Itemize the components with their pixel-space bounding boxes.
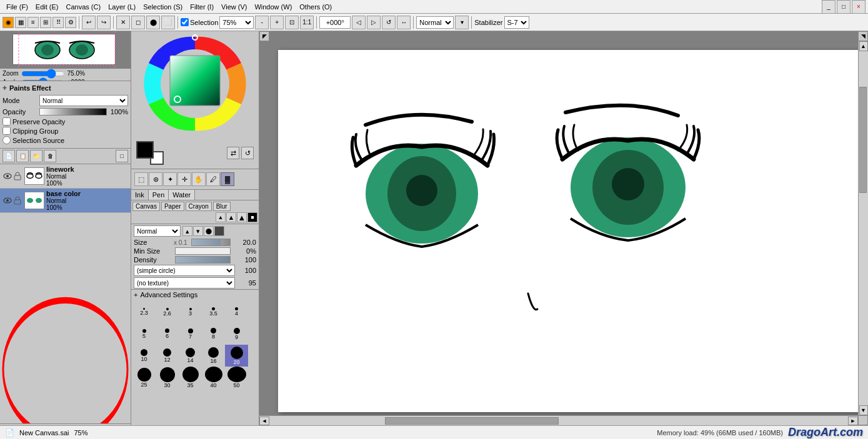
preserve-opacity-row[interactable]: Preserve Opacity [2, 117, 128, 126]
delete-layer-btn[interactable]: 🗑 [44, 150, 56, 162]
rot-inc-btn[interactable]: ▷ [367, 16, 381, 29]
lasso-tool-icon[interactable]: ⊛ [149, 172, 162, 186]
grid-view-icon[interactable]: ⊞ [40, 17, 51, 28]
menu-layer[interactable]: Layer (L) [104, 2, 139, 12]
brush-size-25[interactable]: 25 [132, 367, 156, 388]
brush-color-icon[interactable]: ■ [247, 212, 257, 222]
preserve-opacity-checkbox[interactable] [2, 117, 11, 126]
texture-select[interactable]: (no texture) [134, 277, 235, 289]
blend-mode-select[interactable]: Normal [416, 16, 454, 29]
zoom-dec-btn[interactable]: - [255, 16, 269, 29]
brush-tab-pen[interactable]: Pen [149, 190, 169, 200]
layer-lock-base-color[interactable] [12, 195, 22, 205]
brush-size-50[interactable]: 50 [225, 367, 248, 388]
brush-size-2-6[interactable]: 2.6 [156, 301, 179, 323]
zoom-actual-btn[interactable]: 1:1 [300, 16, 314, 29]
brush-size-8[interactable]: 8 [202, 323, 225, 345]
blend-arrow-down[interactable]: ▾ [193, 226, 203, 236]
flip-btn[interactable]: ↔ [397, 16, 411, 29]
tool2-icon[interactable]: ◻ [131, 16, 145, 29]
opacity-bar[interactable] [39, 108, 107, 116]
redo-icon[interactable]: ↪ [97, 16, 111, 29]
foreground-swatch[interactable] [136, 141, 154, 159]
new-folder-btn[interactable]: 📁 [30, 150, 42, 162]
selection-checkbox-label[interactable]: Selection [181, 18, 218, 26]
menu-filter[interactable]: Filter (I) [186, 2, 217, 12]
move-tool-icon[interactable]: ✛ [177, 172, 191, 186]
brush-size-9[interactable]: 9 [225, 323, 248, 345]
settings-icon[interactable]: ⚙ [65, 17, 76, 28]
brush-size-30[interactable]: 30 [156, 367, 179, 388]
copy-layer-btn[interactable]: 📋 [16, 150, 29, 162]
mode-select[interactable]: Normal Multiply Screen [39, 95, 128, 106]
shape-select[interactable]: (simple circle) [134, 265, 235, 276]
undo-icon[interactable]: ↩ [82, 16, 96, 29]
bucket-fill-icon[interactable]: ▓ [221, 172, 234, 186]
menu-view[interactable]: View (V) [217, 2, 251, 12]
zoom-inc-btn[interactable]: + [270, 16, 284, 29]
menu-canvas[interactable]: Canvas (C) [62, 2, 105, 12]
brush-size-35[interactable]: 35 [179, 367, 202, 388]
clipping-group-row[interactable]: Clipping Group [2, 127, 128, 135]
minimize-button[interactable]: _ [822, 0, 836, 14]
layer-item-linework[interactable]: linework Normal 100% [0, 164, 131, 189]
hand-tool-icon[interactable]: ✋ [192, 172, 206, 186]
list-view-icon[interactable]: ≡ [27, 17, 39, 28]
tool1-icon[interactable]: ✕ [116, 16, 130, 29]
brush-size-small-icon[interactable]: ▲ [216, 212, 226, 222]
blend-arrow-up[interactable]: ▴ [182, 226, 192, 236]
scroll-up-arrow[interactable]: ▲ [859, 41, 868, 51]
bottom-scrollbar[interactable]: ◄ ► [259, 415, 858, 425]
blend-icon1[interactable]: ⬤ [204, 226, 214, 236]
layer-lock-linework[interactable] [12, 171, 22, 181]
scroll-thumb-horizontal[interactable] [385, 417, 559, 425]
canvas-area[interactable]: ◤ ◥ [259, 31, 868, 439]
brush-size-2-3[interactable]: 2.3 [132, 301, 156, 323]
layer-eye-base-color[interactable] [2, 195, 12, 205]
tool-blend-select[interactable]: Normal [134, 225, 181, 237]
brush-size-10[interactable]: 10 [132, 345, 156, 367]
layer-settings-btn[interactable]: □ [116, 150, 128, 162]
new-layer-btn[interactable]: 📄 [2, 150, 15, 162]
grayscale-icon[interactable]: ▦ [15, 17, 26, 28]
zoom-slider[interactable] [21, 71, 65, 77]
clipping-group-checkbox[interactable] [2, 127, 11, 135]
brush-size-7[interactable]: 7 [179, 323, 202, 345]
brush-size-40[interactable]: 40 [202, 367, 225, 388]
drawing-canvas[interactable] [278, 50, 866, 412]
menu-others[interactable]: Others (O) [296, 2, 336, 12]
angle-slider[interactable] [21, 79, 65, 82]
eyedropper-icon[interactable]: 🖊 [206, 172, 220, 186]
brush-size-med-icon[interactable]: ▲ [226, 212, 236, 222]
brush-crayon-btn[interactable]: Crayon [186, 202, 212, 211]
tool4-icon[interactable]: ⬜ [161, 16, 175, 29]
color-wheel-icon[interactable]: ◉ [2, 17, 14, 28]
dots-view-icon[interactable]: ⠿ [52, 17, 64, 28]
menu-window[interactable]: Window (W) [251, 2, 296, 12]
rotation-input[interactable] [319, 16, 351, 29]
brush-tab-water[interactable]: Water [169, 190, 195, 200]
canvas-scroll-tl[interactable]: ◤ [259, 31, 269, 41]
zoom-select[interactable]: 75% 100% 50% [219, 16, 254, 29]
density-bar[interactable] [175, 256, 231, 264]
brush-size-3-5[interactable]: 3.5 [202, 301, 225, 323]
layer-item-base-color[interactable]: base color Normal 100% [0, 189, 131, 213]
magic-wand-icon[interactable]: ✦ [163, 172, 177, 186]
zoom-fit-btn[interactable]: ⊡ [285, 16, 299, 29]
brush-size-3[interactable]: 3 [179, 301, 202, 323]
scroll-track[interactable] [859, 51, 868, 405]
blend-icon2[interactable] [214, 226, 224, 236]
advanced-settings-header[interactable]: + Advanced Settings [131, 289, 259, 300]
min-size-bar[interactable] [175, 247, 231, 255]
brush-size-14[interactable]: 14 [179, 345, 202, 367]
scroll-left-arrow[interactable]: ◄ [259, 417, 269, 425]
brush-size-large-icon[interactable]: ▲ [237, 212, 247, 222]
select-tool-icon[interactable]: ⬚ [134, 172, 148, 186]
reset-colors-btn[interactable]: ↺ [241, 147, 254, 159]
brush-paper-btn[interactable]: Paper [161, 202, 184, 211]
size-bar[interactable] [191, 239, 231, 246]
maximize-button[interactable]: □ [837, 0, 851, 14]
scroll-horizontal-track[interactable] [269, 417, 848, 425]
right-scrollbar[interactable]: ▲ ▼ [858, 41, 868, 415]
menu-file[interactable]: File (F) [2, 2, 32, 12]
